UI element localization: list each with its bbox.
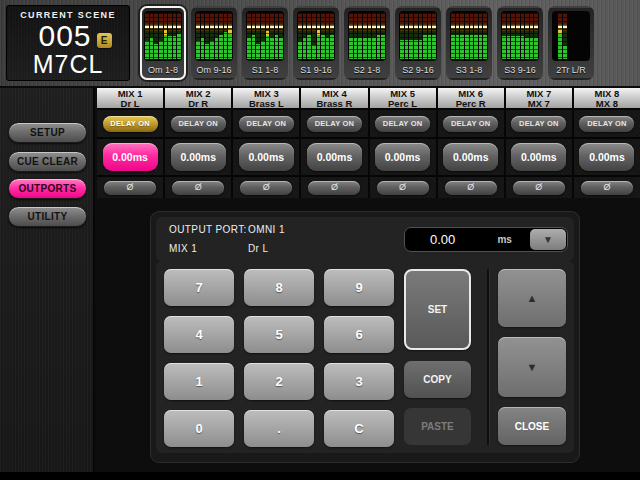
channel-name: Dr L bbox=[97, 99, 163, 109]
channel-name: Perc R bbox=[438, 99, 504, 109]
keypad-key-7[interactable]: 7 bbox=[164, 269, 234, 306]
meter-block-label: Om 9-16 bbox=[195, 61, 233, 79]
delay-time-button[interactable]: 0.00ms bbox=[171, 143, 226, 171]
delay-time-button[interactable]: 0.00ms bbox=[579, 143, 634, 171]
delay-time-button[interactable]: 0.00ms bbox=[443, 143, 498, 171]
delay-value-field[interactable]: 0.00 ms ▼ bbox=[404, 227, 568, 252]
keypad-key-3[interactable]: 3 bbox=[324, 363, 394, 400]
meter-column bbox=[451, 13, 455, 59]
keypad-key-1[interactable]: 1 bbox=[164, 363, 234, 400]
meter-column bbox=[298, 13, 302, 59]
phase-button[interactable]: Ø bbox=[240, 181, 292, 195]
meter-block[interactable]: S2 9-16 bbox=[395, 6, 441, 80]
delay-on-button[interactable]: DELAY ON bbox=[511, 116, 566, 132]
keypad-key-6[interactable]: 6 bbox=[324, 316, 394, 353]
keypad-key-2[interactable]: 2 bbox=[244, 363, 314, 400]
delay-time-button[interactable]: 0.00ms bbox=[103, 143, 158, 171]
channel-header: MIX 8 MX 8 bbox=[574, 88, 640, 110]
editor-channel: MIX 1 bbox=[169, 243, 197, 254]
keypad-key-9[interactable]: 9 bbox=[324, 269, 394, 306]
delay-editor-panel: OUTPUT PORT: OMNI 1 MIX 1 Dr L 0.00 ms ▼… bbox=[150, 211, 580, 463]
meter-column bbox=[563, 13, 567, 59]
meter-block[interactable]: Om 9-16 bbox=[191, 6, 237, 80]
mix-channel-strip: MIX 2 Dr R DELAY ON 0.00ms Ø bbox=[163, 88, 231, 198]
meter-block-label: S1 1-8 bbox=[246, 61, 284, 79]
meter-column bbox=[201, 13, 205, 59]
decrement-button[interactable]: ▼ bbox=[498, 337, 566, 397]
meter-block[interactable]: S1 1-8 bbox=[242, 6, 288, 80]
delay-on-button[interactable]: DELAY ON bbox=[307, 116, 362, 132]
meter-column bbox=[307, 13, 311, 59]
meter-column bbox=[150, 13, 154, 59]
keypad-key-dot[interactable]: . bbox=[244, 410, 314, 447]
mix-channel-strip: MIX 1 Dr L DELAY ON 0.00ms Ø bbox=[97, 88, 163, 198]
meter-bridge: Om 1-8 Om 9-16 S1 1-8 S1 9-16 S2 1-8 S2 … bbox=[140, 6, 594, 80]
phase-button[interactable]: Ø bbox=[513, 181, 565, 195]
delay-on-button[interactable]: DELAY ON bbox=[579, 116, 634, 132]
meter-column bbox=[266, 13, 270, 59]
meter-column bbox=[196, 13, 200, 59]
copy-button[interactable]: COPY bbox=[404, 361, 471, 398]
delay-on-button[interactable]: DELAY ON bbox=[443, 116, 498, 132]
meter-column bbox=[423, 13, 427, 59]
meter-block[interactable]: 2Tr L/R bbox=[548, 6, 594, 80]
meter-column bbox=[363, 13, 367, 59]
delay-time-button[interactable]: 0.00ms bbox=[239, 143, 294, 171]
phase-button[interactable]: Ø bbox=[377, 181, 429, 195]
setup-button[interactable]: SETUP bbox=[8, 122, 87, 143]
close-button[interactable]: CLOSE bbox=[498, 407, 566, 445]
delay-time-button[interactable]: 0.00ms bbox=[375, 143, 430, 171]
mix-channel-strip: MIX 8 MX 8 DELAY ON 0.00ms Ø bbox=[572, 88, 640, 198]
channel-header: MIX 6 Perc R bbox=[438, 88, 504, 110]
meter-block[interactable]: S3 1-8 bbox=[446, 6, 492, 80]
meter-block[interactable]: S2 1-8 bbox=[344, 6, 390, 80]
delay-on-button[interactable]: DELAY ON bbox=[239, 116, 294, 132]
keypad-key-4[interactable]: 4 bbox=[164, 316, 234, 353]
meter-column bbox=[219, 13, 223, 59]
phase-button[interactable]: Ø bbox=[104, 181, 156, 195]
channel-header: MIX 7 MX 7 bbox=[506, 88, 572, 110]
meter-block-label: S3 1-8 bbox=[450, 61, 488, 79]
cue-clear-button[interactable]: CUE CLEAR bbox=[8, 151, 87, 172]
delay-on-button[interactable]: DELAY ON bbox=[375, 116, 430, 132]
keypad-key-5[interactable]: 5 bbox=[244, 316, 314, 353]
phase-button[interactable]: Ø bbox=[308, 181, 360, 195]
meter-column bbox=[159, 13, 163, 59]
console-model: M7CL bbox=[33, 52, 104, 77]
meter-column bbox=[405, 13, 409, 59]
meter-block[interactable]: Om 1-8 bbox=[140, 6, 186, 80]
keypad-key-0[interactable]: 0 bbox=[164, 410, 234, 447]
numeric-keypad: 7894561230.C bbox=[164, 269, 394, 447]
meter-column bbox=[349, 13, 353, 59]
keypad-key-8[interactable]: 8 bbox=[244, 269, 314, 306]
phase-button[interactable]: Ø bbox=[445, 181, 497, 195]
utility-button[interactable]: UTILITY bbox=[8, 206, 87, 227]
meter-block-label: Om 1-8 bbox=[144, 61, 182, 79]
meter-column bbox=[419, 13, 423, 59]
delay-time-button[interactable]: 0.00ms bbox=[307, 143, 362, 171]
delay-on-button[interactable]: DELAY ON bbox=[171, 116, 226, 132]
mix-channel-row: MIX 1 Dr L DELAY ON 0.00ms Ø MIX 2 Dr R … bbox=[97, 88, 640, 198]
paste-button[interactable]: PASTE bbox=[404, 408, 471, 445]
set-button[interactable]: SET bbox=[404, 269, 471, 350]
unit-dropdown-button[interactable]: ▼ bbox=[530, 229, 566, 250]
meter-column bbox=[483, 13, 487, 59]
chevron-down-icon: ▼ bbox=[543, 234, 553, 245]
channel-header: MIX 2 Dr R bbox=[165, 88, 231, 110]
outports-button[interactable]: OUTPORTS bbox=[8, 178, 87, 199]
meter-column bbox=[460, 13, 464, 59]
meter-block[interactable]: S1 9-16 bbox=[293, 6, 339, 80]
keypad-key-clear[interactable]: C bbox=[324, 410, 394, 447]
phase-button[interactable]: Ø bbox=[581, 181, 633, 195]
meter-display bbox=[348, 11, 386, 61]
increment-button[interactable]: ▲ bbox=[498, 269, 566, 327]
meter-column bbox=[275, 13, 279, 59]
delay-time-button[interactable]: 0.00ms bbox=[511, 143, 566, 171]
meter-column bbox=[154, 13, 158, 59]
meter-column bbox=[530, 13, 534, 59]
phase-button[interactable]: Ø bbox=[172, 181, 224, 195]
mix-channel-strip: MIX 7 MX 7 DELAY ON 0.00ms Ø bbox=[504, 88, 572, 198]
meter-block[interactable]: S3 9-16 bbox=[497, 6, 543, 80]
delay-on-button[interactable]: DELAY ON bbox=[103, 116, 158, 132]
meter-column bbox=[177, 13, 181, 59]
